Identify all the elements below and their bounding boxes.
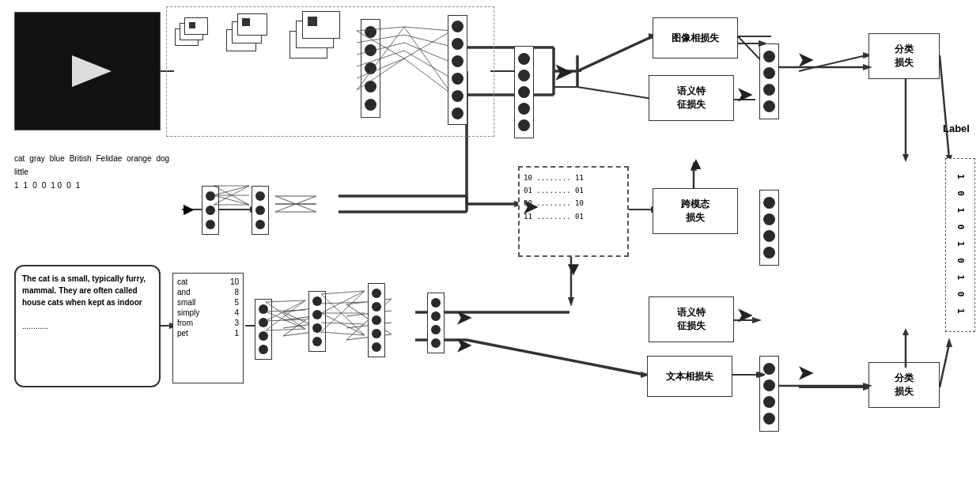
tag-orange: orange bbox=[127, 154, 151, 163]
word-simply: simply bbox=[177, 308, 199, 317]
svg-marker-26 bbox=[568, 297, 574, 307]
word-freq-box: cat 10 and 8 small 5 simply 4 from 3 pet… bbox=[172, 273, 244, 383]
svg-line-84 bbox=[404, 59, 452, 94]
svg-line-94 bbox=[266, 300, 305, 302]
tag-gray: gray bbox=[29, 154, 44, 163]
svg-line-77 bbox=[357, 27, 404, 90]
cls-bot-box: 分类损失 bbox=[868, 362, 940, 408]
tag-blue: blue bbox=[50, 154, 65, 163]
matrix-row-3: 00 ........ 10 bbox=[524, 197, 623, 210]
fc-connections bbox=[357, 7, 460, 138]
modal-up-arrow: ▲ bbox=[687, 153, 705, 174]
semantic-loss-2-box: 语义特征损失 bbox=[649, 296, 734, 342]
svg-line-101 bbox=[266, 300, 305, 321]
word-freq-row-cat: cat 10 bbox=[177, 277, 239, 286]
svg-line-4 bbox=[577, 36, 653, 71]
word-freq-row-pet: pet 1 bbox=[177, 329, 239, 338]
word-freq-row-and: and 8 bbox=[177, 288, 239, 296]
text-down-arrow: ➤ bbox=[456, 334, 471, 357]
cls-bot-to-label bbox=[894, 328, 918, 368]
svg-line-85 bbox=[404, 27, 452, 94]
top-nodes-to-cls bbox=[779, 43, 874, 99]
svg-line-106 bbox=[321, 332, 365, 335]
text-loss-to-nodes bbox=[733, 365, 765, 389]
conv-stack-1 bbox=[175, 17, 218, 119]
text-output-nodes bbox=[427, 293, 445, 353]
image-input-box bbox=[14, 12, 161, 130]
svg-line-92 bbox=[214, 186, 249, 195]
word-from: from bbox=[177, 319, 193, 327]
image-loss-label: 图像相损失 bbox=[672, 32, 719, 45]
word-freq-row-small: small 5 bbox=[177, 298, 239, 307]
val-0c: 0 bbox=[66, 181, 71, 190]
image-output-nodes bbox=[514, 46, 534, 138]
tag-little: little bbox=[14, 168, 28, 176]
freq-small: 5 bbox=[234, 298, 239, 307]
cls-top-box: 分类损失 bbox=[868, 33, 940, 79]
val-1c: 1 bbox=[76, 181, 81, 190]
svg-line-82 bbox=[404, 43, 452, 62]
svg-marker-60 bbox=[946, 338, 952, 347]
semantic-loss-1-label: 语义特征损失 bbox=[677, 85, 706, 111]
svg-line-97 bbox=[266, 329, 305, 330]
matrix-down-arrow: ▼ bbox=[564, 258, 583, 280]
label-box: 1 0 1 0 1 0 1 0 1 bbox=[945, 158, 975, 332]
bot-nodes-to-cls bbox=[779, 362, 874, 410]
tags-to-matrix-arrow: ➤ bbox=[522, 196, 538, 218]
svg-line-80 bbox=[404, 27, 452, 31]
text-description: The cat is a small, typically furry, mam… bbox=[22, 273, 153, 308]
cnn-group bbox=[166, 6, 494, 137]
tag-dog: dog bbox=[156, 154, 169, 163]
svg-line-83 bbox=[404, 51, 452, 78]
modal-loss-box: 跨模态损失 bbox=[653, 188, 738, 234]
image-to-loss-arrow: ➤ bbox=[554, 62, 572, 84]
freq-from: 3 bbox=[234, 319, 239, 327]
tags-area: cat gray blue British Felidae orange dog… bbox=[14, 154, 172, 241]
tags-row: cat gray blue British Felidae orange dog… bbox=[14, 154, 172, 176]
svg-line-47 bbox=[467, 340, 645, 375]
val-0b: 0 bbox=[42, 181, 47, 190]
label-text: Label bbox=[943, 123, 970, 134]
text-description-box: The cat is a small, typically furry, mam… bbox=[14, 265, 161, 387]
word-pet: pet bbox=[177, 329, 188, 338]
sem2-right-arrow: ➤ bbox=[736, 304, 752, 327]
svg-line-107 bbox=[321, 294, 365, 335]
svg-marker-120 bbox=[759, 40, 766, 47]
text-nn-right bbox=[368, 283, 385, 357]
svg-line-72 bbox=[357, 27, 404, 31]
conv-stack-2 bbox=[226, 13, 278, 124]
svg-marker-116 bbox=[863, 64, 872, 70]
modal-loss-label: 跨模态损失 bbox=[681, 198, 709, 225]
svg-line-76 bbox=[357, 59, 404, 78]
img-loss-to-nodes bbox=[738, 32, 766, 63]
semantic-loss-2-label: 语义特征损失 bbox=[677, 306, 706, 333]
word-small: small bbox=[177, 298, 195, 307]
tag-british: British bbox=[70, 154, 92, 163]
cls-bot-label: 分类损失 bbox=[895, 372, 914, 398]
tags-values: 1 1 0 0 1 0 0 1 bbox=[14, 181, 172, 190]
svg-marker-50 bbox=[752, 317, 762, 323]
svg-line-57 bbox=[940, 55, 949, 158]
label-binary: 1 0 1 0 1 0 1 0 1 bbox=[955, 174, 966, 317]
image-loss-box: 图像相损失 bbox=[653, 17, 738, 59]
svg-marker-114 bbox=[902, 328, 909, 335]
tag-felidae: Felidae bbox=[96, 154, 123, 163]
freq-and: 8 bbox=[234, 288, 239, 296]
val-1a: 1 bbox=[14, 181, 19, 190]
svg-line-93 bbox=[214, 195, 249, 205]
val-10: 1 0 bbox=[51, 181, 62, 190]
cls-top-label: 分类损失 bbox=[895, 43, 914, 70]
word-freq-row-from: from 3 bbox=[177, 319, 239, 327]
freq-pet: 1 bbox=[234, 329, 239, 338]
word-freq-row-simply: simply 4 bbox=[177, 308, 239, 317]
svg-marker-112 bbox=[902, 154, 909, 162]
svg-line-102 bbox=[321, 291, 365, 294]
sem1-right-arrow: ➤ bbox=[736, 84, 752, 106]
tags-nn-right bbox=[252, 186, 269, 235]
svg-marker-122 bbox=[758, 372, 765, 378]
text-loss-box: 文本相损失 bbox=[647, 356, 732, 397]
svg-marker-118 bbox=[863, 383, 872, 389]
svg-line-108 bbox=[321, 291, 365, 332]
text-loss-label: 文本相损失 bbox=[666, 370, 713, 383]
diagram-container: cat gray blue British Felidae orange dog… bbox=[0, 0, 980, 487]
